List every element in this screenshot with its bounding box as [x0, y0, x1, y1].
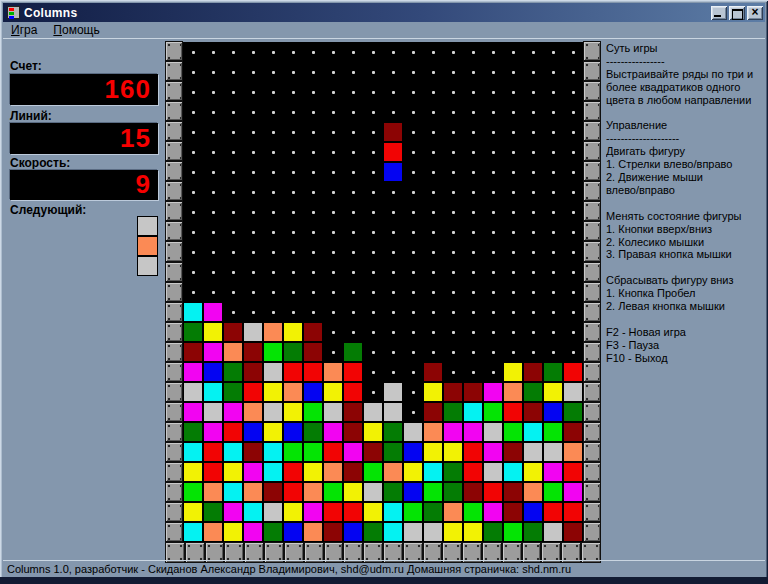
block-red — [223, 422, 243, 442]
help-line: F10 - Выход — [606, 352, 764, 365]
grid-dot — [372, 151, 375, 154]
block-gray — [483, 462, 503, 482]
grid-dot — [292, 151, 295, 154]
block-red — [283, 482, 303, 502]
grid-dot — [392, 211, 395, 214]
menu-item-help[interactable]: Помощь — [45, 22, 107, 38]
block-dark-green — [563, 402, 583, 422]
block-green — [303, 402, 323, 422]
grid-dot — [232, 271, 235, 274]
help-line: влево/вправо — [606, 184, 764, 197]
block-magenta — [543, 462, 563, 482]
grid-dot — [532, 91, 535, 94]
block-orange — [563, 442, 583, 462]
grid-dot — [552, 151, 555, 154]
block-dark-green — [223, 362, 243, 382]
border-plate — [583, 81, 601, 101]
grid-dot — [412, 411, 415, 414]
grid-dot — [492, 271, 495, 274]
block-magenta — [483, 442, 503, 462]
grid-dot — [432, 171, 435, 174]
title-bar[interactable]: Columns — [3, 3, 765, 22]
grid-dot — [352, 131, 355, 134]
grid-dot — [472, 131, 475, 134]
grid-dot — [352, 211, 355, 214]
grid-dot — [432, 211, 435, 214]
block-dark-red — [303, 342, 323, 362]
help-line: 1. Кнопки вверх/вниз — [606, 223, 764, 236]
border-plate — [583, 482, 601, 502]
block-yellow — [323, 382, 343, 402]
block-gray — [543, 442, 563, 462]
border-plate — [165, 61, 183, 81]
grid-dot — [572, 331, 575, 334]
border-plate — [583, 221, 601, 241]
block-dark-red — [423, 362, 443, 382]
grid-dot — [212, 271, 215, 274]
block-blue — [283, 422, 303, 442]
grid-dot — [472, 51, 475, 54]
grid-dot — [192, 111, 195, 114]
grid-dot — [392, 311, 395, 314]
lines-label: Линий: — [10, 109, 52, 123]
block-yellow — [263, 382, 283, 402]
grid-dot — [232, 111, 235, 114]
grid-dot — [272, 231, 275, 234]
grid-dot — [352, 91, 355, 94]
block-magenta — [203, 422, 223, 442]
game-board-field[interactable] — [183, 42, 583, 542]
help-line: 1. Кнопка Пробел — [606, 287, 764, 300]
grid-dot — [512, 171, 515, 174]
grid-dot — [252, 231, 255, 234]
menu-item-game[interactable]: Игра — [3, 22, 45, 38]
help-line — [606, 313, 764, 326]
grid-dot — [472, 291, 475, 294]
grid-dot — [392, 91, 395, 94]
grid-dot — [572, 111, 575, 114]
minimize-button[interactable] — [711, 6, 727, 20]
close-button[interactable] — [747, 6, 763, 20]
grid-dot — [452, 291, 455, 294]
border-plate — [583, 121, 601, 141]
block-dark-red — [343, 422, 363, 442]
grid-dot — [252, 51, 255, 54]
border-plate — [583, 161, 601, 181]
grid-dot — [472, 271, 475, 274]
block-yellow — [423, 382, 443, 402]
grid-dot — [572, 171, 575, 174]
grid-dot — [392, 371, 395, 374]
grid-dot — [412, 371, 415, 374]
block-dark-red — [523, 402, 543, 422]
help-line: цвета в любом направлении — [606, 94, 764, 107]
next-label: Следующий: — [10, 203, 86, 217]
grid-dot — [212, 91, 215, 94]
block-orange — [223, 342, 243, 362]
border-plate — [165, 282, 183, 302]
block-cyan — [383, 522, 403, 542]
grid-dot — [312, 111, 315, 114]
block-magenta — [443, 422, 463, 442]
grid-dot — [232, 191, 235, 194]
block-dark-red — [303, 322, 323, 342]
grid-dot — [512, 51, 515, 54]
block-gray — [383, 402, 403, 422]
grid-dot — [452, 231, 455, 234]
help-line: 1. Стрелки влево/вправо — [606, 158, 764, 171]
block-red — [203, 442, 223, 462]
grid-dot — [332, 311, 335, 314]
block-dark-red — [523, 362, 543, 382]
block-red — [503, 402, 523, 422]
grid-dot — [352, 291, 355, 294]
maximize-button[interactable] — [729, 6, 745, 20]
border-plate — [583, 342, 601, 362]
block-yellow — [443, 522, 463, 542]
grid-dot — [512, 111, 515, 114]
grid-dot — [492, 71, 495, 74]
grid-dot — [252, 311, 255, 314]
grid-dot — [472, 251, 475, 254]
grid-dot — [512, 251, 515, 254]
grid-dot — [572, 271, 575, 274]
block-blue — [403, 442, 423, 462]
grid-dot — [532, 151, 535, 154]
grid-dot — [532, 251, 535, 254]
